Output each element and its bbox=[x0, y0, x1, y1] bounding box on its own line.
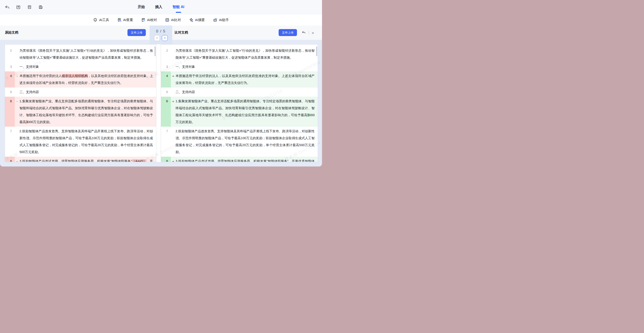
prev-diff-button[interactable]: < bbox=[154, 35, 160, 41]
compare-icon bbox=[165, 18, 170, 22]
diff-row-line-7: 72.鼓励智能体产品首发首秀。支持智能体及其终端产品开展线上线下发布、路演等活动… bbox=[5, 127, 156, 157]
diff-row-line-2: 2为贯彻落实《国务院关于深入实施“人工智能+”行动的意见》，加快形成智能经济新形… bbox=[5, 46, 156, 62]
row-text: 二、支持内容 bbox=[176, 88, 318, 97]
robot-icon bbox=[213, 18, 217, 22]
original-doc-title: 原始文档 bbox=[5, 31, 18, 35]
change-marker: + bbox=[171, 71, 176, 88]
original-upload-button[interactable]: 文件上传 bbox=[128, 29, 146, 36]
line-number: 8 bbox=[5, 157, 15, 162]
ai-assistant[interactable]: AI助手 bbox=[213, 18, 229, 22]
row-text: 3.鼓励智能体产品首试首用。培育智能体应用服务商，积极发展“智能体即服务”。开展… bbox=[176, 157, 318, 162]
line-number: 6 bbox=[5, 97, 15, 127]
ai-proofread[interactable]: AI校对 bbox=[141, 18, 157, 22]
diff-row-line-3: 3一、支持对象 bbox=[161, 62, 318, 71]
tab-home[interactable]: 开始 bbox=[138, 5, 145, 10]
ai-compare[interactable]: AI比对 bbox=[165, 18, 181, 22]
close-icon[interactable]: ✕ bbox=[312, 31, 314, 35]
ai-summary[interactable]: AI摘要 bbox=[189, 18, 205, 22]
compare-doc-title: 比对文档 bbox=[175, 31, 188, 35]
document-compare-area: 2为贯彻落实《国务院关于深入实施“人工智能+”行动的意见》，加快形成智能经济新形… bbox=[0, 40, 322, 167]
change-marker bbox=[171, 62, 176, 71]
line-number: 7 bbox=[5, 127, 15, 157]
row-text: 1.集聚发展智能体产业。重点支持适配多场景的通用智能体、专注特定场景的垂类智能体… bbox=[20, 97, 156, 127]
diff-row-line-8: 8-3.鼓励智能体产品首试首用。培育智能体应用服务商，积极发展“智能体即服务”（… bbox=[5, 157, 156, 162]
ai-item-label: AI比对 bbox=[171, 18, 181, 22]
next-diff-button[interactable]: > bbox=[162, 35, 168, 41]
row-text: 一、支持对象 bbox=[20, 62, 156, 71]
line-number: 3 bbox=[5, 62, 15, 71]
doc-check-icon bbox=[141, 18, 146, 22]
panel-gap bbox=[156, 40, 161, 162]
original-document-content: 2为贯彻落实《国务院关于深入实施“人工智能+”行动的意见》，加快形成智能经济新形… bbox=[5, 45, 156, 162]
row-text: 1.集聚发展智能体产业。重点支持适配多场景的通用智能体、专注特定场景的垂类智能体… bbox=[176, 97, 318, 127]
diff-row-line-2: 2为贯彻落实《国务院关于深入实施“人工智能+”行动的意见》，加快形成智能经济新形… bbox=[161, 46, 318, 62]
change-marker bbox=[171, 127, 176, 157]
change-marker: - bbox=[15, 97, 20, 127]
ai-duplicate-check[interactable]: AI查重 bbox=[117, 18, 133, 22]
ai-tools[interactable]: AIAI工具 bbox=[93, 18, 109, 22]
original-document-panel: 2为贯彻落实《国务院关于深入实施“人工智能+”行动的意见》，加快形成智能经济新形… bbox=[5, 44, 156, 162]
app-window: 开始插入智能 AI AIAI工具AI查重AI校对AI比对AI摘要AI助手 原始文… bbox=[0, 0, 322, 167]
diff-row-line-4: 4-本措施适用于依法经营的法人或非法人组织机构，以及其他依法经区政府批准的支持对… bbox=[5, 71, 156, 88]
row-text: 为贯彻落实《国务院关于深入实施“人工智能+”行动的意见》，加快形成智能经济新形态… bbox=[176, 46, 318, 62]
divider bbox=[309, 31, 309, 35]
change-marker bbox=[15, 88, 20, 97]
change-marker: + bbox=[171, 157, 176, 162]
right-scrollbar[interactable] bbox=[316, 46, 317, 56]
diff-row-line-6: 6+1.集聚发展智能体产业。重点支持适配多场景的通用智能体、专注特定场景的垂类智… bbox=[161, 97, 318, 127]
diff-highlight: 3 bbox=[26, 120, 28, 124]
ai-item-label: AI查重 bbox=[123, 18, 133, 22]
diff-row-line-5: 5二、支持内容 bbox=[5, 88, 156, 97]
diff-row-line-8: 8+3.鼓励智能体产品首试首用。培育智能体应用服务商，积极发展“智能体即服务”。… bbox=[161, 157, 318, 162]
row-text: 2.鼓励智能体产品首发首秀。支持智能体及其终端产品开展线上线下发布、路演等活动，… bbox=[176, 127, 318, 157]
diff-row-line-7: 72.鼓励智能体产品首发首秀。支持智能体及其终端产品开展线上线下发布、路演等活动… bbox=[161, 127, 318, 157]
diff-row-line-6: 6-1.集聚发展智能体产业。重点支持适配多场景的通用智能体、专注特定场景的垂类智… bbox=[5, 97, 156, 127]
undo-icon[interactable] bbox=[301, 30, 306, 36]
diff-counter: 0 / 5 bbox=[156, 29, 166, 34]
change-marker bbox=[15, 62, 20, 71]
diff-highlight: 5 bbox=[308, 113, 309, 117]
change-marker bbox=[171, 88, 176, 97]
change-marker: + bbox=[171, 97, 176, 127]
compare-header-tools: ✕ bbox=[301, 30, 314, 36]
line-number: 2 bbox=[161, 46, 171, 62]
diff-highlight: 或非法人组织机构 bbox=[62, 74, 88, 78]
line-number: 5 bbox=[161, 88, 171, 97]
change-marker: - bbox=[15, 157, 20, 162]
line-number: 4 bbox=[5, 71, 15, 88]
ai-toolbar: AIAI工具AI查重AI校对AI比对AI摘要AI助手 bbox=[0, 14, 322, 26]
left-scrollbar[interactable] bbox=[154, 46, 156, 56]
row-text: 本措施适用于依法经营的法人，以及其他依法经区政府批准的支持对象。上述主体须符合区… bbox=[176, 71, 318, 88]
line-number: 3 bbox=[161, 62, 171, 71]
star-icon bbox=[189, 18, 194, 22]
ai-item-label: AI助手 bbox=[219, 18, 229, 22]
diff-highlight: （AaaS） bbox=[132, 159, 146, 162]
diff-pager: 0 / 5 < > bbox=[150, 26, 172, 44]
line-number: 5 bbox=[5, 88, 15, 97]
top-toolbar: 开始插入智能 AI bbox=[0, 0, 322, 14]
line-number: 8 bbox=[161, 157, 171, 162]
diff-row-line-5: 5二、支持内容 bbox=[161, 88, 318, 97]
row-text: 3.鼓励智能体产品首试首用。培育智能体应用服务商，积极发展“智能体即服务”（Aa… bbox=[20, 157, 156, 162]
tab-insert[interactable]: 插入 bbox=[155, 5, 162, 10]
compare-document-panel: 2为贯彻落实《国务院关于深入实施“人工智能+”行动的意见》，加快形成智能经济新形… bbox=[161, 44, 318, 162]
row-text: 一、支持对象 bbox=[176, 62, 318, 71]
diff-row-line-3: 3一、支持对象 bbox=[5, 62, 156, 71]
line-number: 4 bbox=[161, 71, 171, 88]
line-number: 6 bbox=[161, 97, 171, 127]
diff-row-line-4: 4+本措施适用于依法经营的法人，以及其他依法经区政府批准的支持对象。上述主体须符… bbox=[161, 71, 318, 88]
ai-item-label: AI摘要 bbox=[195, 18, 205, 22]
row-text: 二、支持内容 bbox=[20, 88, 156, 97]
compare-document-content: 2为贯彻落实《国务院关于深入实施“人工智能+”行动的意见》，加快形成智能经济新形… bbox=[161, 45, 318, 162]
ai-item-label: AI校对 bbox=[147, 18, 157, 22]
row-text: 为贯彻落实《国务院关于深入实施“人工智能+”行动的意见》，加快形成智能经济新形态… bbox=[20, 46, 156, 62]
ribbon-tabs: 开始插入智能 AI bbox=[0, 0, 322, 14]
ai-item-label: AI工具 bbox=[99, 18, 109, 22]
tab-smart-ai[interactable]: 智能 AI bbox=[173, 5, 184, 10]
compare-upload-button[interactable]: 文件上传 bbox=[278, 29, 297, 36]
row-text: 2.鼓励智能体产品首发首秀。支持智能体及其终端产品开展线上线下发布、路演等活动，… bbox=[20, 127, 156, 157]
svg-text:AI: AI bbox=[94, 19, 96, 21]
ai-head-icon: AI bbox=[93, 18, 98, 22]
change-marker: - bbox=[15, 71, 20, 88]
line-number: 2 bbox=[5, 46, 15, 62]
